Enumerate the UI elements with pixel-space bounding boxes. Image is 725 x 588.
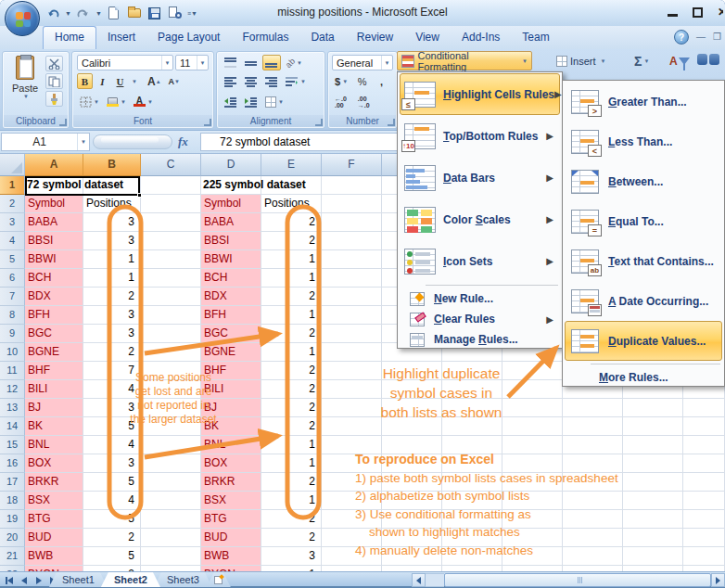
borders-button[interactable]: ▼ xyxy=(77,94,102,109)
cell-c15[interactable] xyxy=(141,436,201,454)
cell-a12[interactable]: BILI xyxy=(25,380,83,399)
cell-e21[interactable]: 3 xyxy=(261,547,322,566)
row-header-16[interactable]: 16 xyxy=(0,454,25,473)
find-select-button[interactable] xyxy=(697,53,721,66)
previous-sheet-button[interactable] xyxy=(18,574,30,586)
close-button[interactable]: ✕ xyxy=(718,6,723,17)
font-size-combo[interactable]: 11▼ xyxy=(175,55,209,70)
cell-a9[interactable]: BGC xyxy=(25,325,83,343)
row-header-18[interactable]: 18 xyxy=(0,492,25,510)
cell-e17[interactable]: 2 xyxy=(261,473,322,492)
cell-d1[interactable]: 225 symbol dataset xyxy=(201,176,261,195)
row-header-13[interactable]: 13 xyxy=(0,399,25,417)
minimize-button[interactable] xyxy=(668,14,678,17)
cell-b21[interactable]: 5 xyxy=(83,547,141,566)
cell-a6[interactable]: BCH xyxy=(25,269,83,288)
cell-blank[interactable] xyxy=(683,473,725,492)
cell-e2[interactable]: Positions xyxy=(261,195,322,213)
cf-submenu-item-a-date-occurring[interactable]: A Date Occurring... xyxy=(565,281,722,321)
tab-data[interactable]: Data xyxy=(299,26,345,49)
align-right-button[interactable] xyxy=(262,73,281,89)
cell-f3[interactable] xyxy=(322,213,382,232)
row-header-10[interactable]: 10 xyxy=(0,343,25,362)
cell-e15[interactable]: 1 xyxy=(261,436,322,454)
redo-icon[interactable] xyxy=(75,5,92,21)
cell-d17[interactable]: BRKR xyxy=(201,473,261,492)
cell-blank[interactable] xyxy=(623,510,683,529)
cell-blank[interactable] xyxy=(623,492,683,510)
cell-blank[interactable] xyxy=(683,436,725,454)
name-box-dropdown-icon[interactable]: ▼ xyxy=(77,134,89,150)
cell-a13[interactable]: BJ xyxy=(25,399,83,417)
insert-worksheet-tab[interactable] xyxy=(207,572,231,587)
row-header-4[interactable]: 4 xyxy=(0,232,25,250)
font-color-button[interactable]: A▼ xyxy=(131,94,156,109)
cell-e5[interactable]: 1 xyxy=(261,250,322,269)
cell-blank[interactable] xyxy=(623,417,683,436)
number-format-combo[interactable]: General▼ xyxy=(332,55,393,70)
decrease-indent-button[interactable] xyxy=(222,94,240,109)
tab-page-layout[interactable]: Page Layout xyxy=(146,26,231,49)
cell-d18[interactable]: BSX xyxy=(201,492,261,510)
cell-d21[interactable]: BWB xyxy=(201,547,261,566)
cell-e6[interactable]: 1 xyxy=(261,269,322,288)
cell-b16[interactable]: 3 xyxy=(83,454,141,473)
cell-a17[interactable]: BRKR xyxy=(25,473,83,492)
cell-blank[interactable] xyxy=(683,399,725,417)
cell-c4[interactable] xyxy=(141,232,201,250)
sheet-tab-sheet3[interactable]: Sheet3 xyxy=(154,572,212,587)
clipboard-dialog-launcher-icon[interactable] xyxy=(59,119,67,126)
cell-b6[interactable]: 1 xyxy=(83,269,141,288)
percent-style-button[interactable]: % xyxy=(354,73,370,89)
cell-c21[interactable] xyxy=(141,547,201,566)
cell-f1[interactable] xyxy=(322,176,382,195)
scroll-thumb[interactable] xyxy=(444,573,711,587)
row-header-6[interactable]: 6 xyxy=(0,269,25,288)
cell-blank[interactable] xyxy=(623,454,683,473)
cell-a8[interactable]: BFH xyxy=(25,306,83,325)
align-top-button[interactable] xyxy=(222,55,240,70)
cell-c1[interactable] xyxy=(141,176,201,195)
customize-toolbar-icon[interactable]: ≡▼ xyxy=(187,10,197,17)
column-header-e[interactable]: E xyxy=(261,154,322,176)
cell-blank[interactable] xyxy=(683,510,725,529)
tab-review[interactable]: Review xyxy=(346,26,404,49)
cell-b17[interactable]: 5 xyxy=(83,473,141,492)
paste-button[interactable]: Paste ▼ xyxy=(8,56,42,111)
cell-f10[interactable] xyxy=(322,343,382,362)
cell-d7[interactable]: BDX xyxy=(201,288,261,306)
cell-d16[interactable]: BOX xyxy=(201,454,261,473)
cell-d2[interactable]: Symbol xyxy=(201,195,261,213)
cell-blank[interactable] xyxy=(623,399,683,417)
cell-e9[interactable]: 2 xyxy=(261,325,322,343)
tab-view[interactable]: View xyxy=(404,26,451,49)
increase-indent-button[interactable] xyxy=(242,94,261,109)
underline-button[interactable]: U xyxy=(112,73,128,89)
help-icon[interactable]: ? xyxy=(674,30,689,45)
cf-submenu-item-equal-to[interactable]: =Equal To... xyxy=(565,201,722,241)
column-header-f[interactable]: F xyxy=(322,154,382,176)
fx-icon[interactable]: fx xyxy=(178,134,188,149)
accounting-format-button[interactable]: $▼ xyxy=(332,73,350,89)
cell-b8[interactable]: 3 xyxy=(83,306,141,325)
conditional-formatting-button[interactable]: Conditional Formatting ▼ xyxy=(397,51,532,70)
cf-submenu-item-more-rules[interactable]: More Rules... xyxy=(565,367,722,388)
cell-blank[interactable] xyxy=(563,399,623,417)
column-header-a[interactable]: A xyxy=(25,154,83,176)
row-header-20[interactable]: 20 xyxy=(0,529,25,547)
align-center-button[interactable] xyxy=(242,73,261,89)
cell-a18[interactable]: BSX xyxy=(25,492,83,510)
cell-c2[interactable] xyxy=(141,195,201,213)
merge-center-button[interactable]: ▼ xyxy=(262,94,286,109)
cell-a16[interactable]: BOX xyxy=(25,454,83,473)
scroll-left-button[interactable] xyxy=(412,573,426,587)
cell-a4[interactable]: BBSI xyxy=(25,232,83,250)
undo-icon[interactable] xyxy=(45,5,61,21)
row-header-8[interactable]: 8 xyxy=(0,306,25,325)
cell-b4[interactable]: 3 xyxy=(83,232,141,250)
increase-decimal-button[interactable]: ←.0.00 xyxy=(332,94,350,109)
cf-menu-item-top-bottom-rules[interactable]: ↑10Top/Bottom Rules▶ xyxy=(400,115,560,157)
sort-filter-button[interactable]: A xyxy=(669,51,690,70)
cf-submenu-item-greater-than[interactable]: >Greater Than... xyxy=(565,82,722,121)
cell-blank[interactable] xyxy=(623,436,683,454)
